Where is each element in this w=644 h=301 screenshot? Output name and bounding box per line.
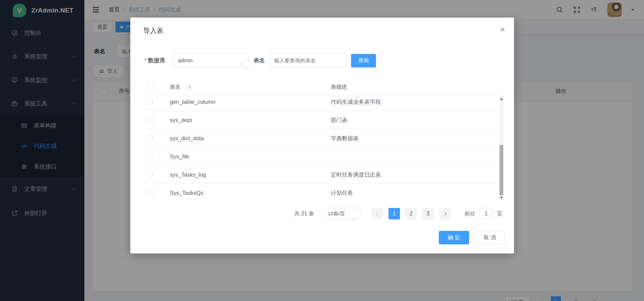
- app-root: V ZrAdmin.NET 控制台 系统管理 系统监控: [0, 0, 644, 301]
- sort-caret-icon[interactable]: [188, 83, 191, 91]
- table-row[interactable]: sys_dept 部门表: [143, 111, 499, 129]
- required-asterisk: *: [144, 57, 147, 64]
- goto-page-unit: 页: [497, 208, 502, 219]
- scrollbar-thumb[interactable]: [500, 145, 503, 195]
- cell-table-name: Sys_TasksQz: [170, 184, 204, 200]
- prev-page-button[interactable]: [372, 208, 383, 219]
- column-header-table-desc: 表描述: [331, 78, 347, 96]
- table-row[interactable]: sys_dict_data 字典数据表: [143, 129, 499, 147]
- row-checkbox[interactable]: [147, 153, 153, 159]
- database-select-value: admin: [178, 54, 193, 67]
- cell-table-name: Sys_file: [170, 147, 189, 165]
- modal-table-body: gen_table_column 代码生成业务表字段 sys_dept 部门表 …: [143, 96, 499, 200]
- table-row[interactable]: gen_table_column 代码生成业务表字段: [143, 96, 499, 111]
- page-size-value: 10条/页: [328, 211, 345, 216]
- page-button-1[interactable]: 1: [388, 208, 400, 219]
- database-select[interactable]: admin: [172, 54, 248, 67]
- next-page-button[interactable]: [439, 208, 451, 219]
- goto-page-label: 前往: [464, 208, 475, 219]
- cell-table-desc: 代码生成业务表字段: [331, 96, 381, 111]
- pagination-total: 共 21 条: [294, 208, 314, 219]
- database-label: *数据库: [144, 54, 165, 67]
- cancel-button[interactable]: 取 消: [475, 231, 505, 244]
- cell-table-name: sys_dept: [170, 111, 192, 129]
- row-checkbox[interactable]: [147, 117, 153, 123]
- row-checkbox[interactable]: [147, 135, 153, 141]
- cell-table-desc: 定时任务调度日志表: [331, 165, 381, 184]
- import-table-dialog: 导入表 ✕ *数据库 admin 表名 查询 表名 表描述 gen_table_…: [130, 18, 514, 253]
- table-scrollbar[interactable]: [499, 96, 504, 200]
- dialog-title: 导入表: [143, 26, 163, 35]
- goto-page-input[interactable]: [480, 208, 493, 219]
- close-icon[interactable]: ✕: [500, 26, 505, 34]
- page-button-2[interactable]: 2: [405, 208, 417, 219]
- scroll-down-arrow-icon[interactable]: [499, 195, 504, 200]
- cell-table-desc: 计划任务: [331, 184, 353, 200]
- cell-table-name: sys_Tasks_log: [170, 165, 206, 184]
- table-row[interactable]: Sys_TasksQz 计划任务: [143, 184, 499, 200]
- cell-table-name: gen_table_column: [170, 96, 215, 111]
- page-button-3[interactable]: 3: [422, 208, 434, 219]
- cell-table-desc: 字典数据表: [331, 129, 359, 147]
- modal-table-header: 表名 表描述: [143, 78, 503, 96]
- chevron-down-icon: [240, 59, 243, 66]
- query-button[interactable]: 查询: [351, 54, 376, 67]
- table-name-label: 表名: [253, 54, 265, 67]
- row-checkbox[interactable]: [147, 99, 153, 104]
- cell-table-name: sys_dict_data: [170, 129, 204, 147]
- row-checkbox[interactable]: [147, 190, 153, 195]
- chevron-down-icon: [352, 213, 355, 223]
- page-size-select[interactable]: 10条/页: [323, 208, 360, 219]
- table-row[interactable]: sys_Tasks_log 定时任务调度日志表: [143, 165, 499, 184]
- confirm-button[interactable]: 确 定: [439, 231, 469, 244]
- column-header-table-name: 表名: [170, 78, 181, 96]
- row-checkbox[interactable]: [147, 172, 153, 177]
- table-name-search-input[interactable]: [269, 54, 347, 67]
- table-row[interactable]: Sys_file: [143, 147, 499, 165]
- select-all-checkbox[interactable]: [147, 84, 153, 90]
- scroll-up-arrow-icon[interactable]: [499, 96, 504, 101]
- cell-table-desc: 部门表: [331, 111, 348, 129]
